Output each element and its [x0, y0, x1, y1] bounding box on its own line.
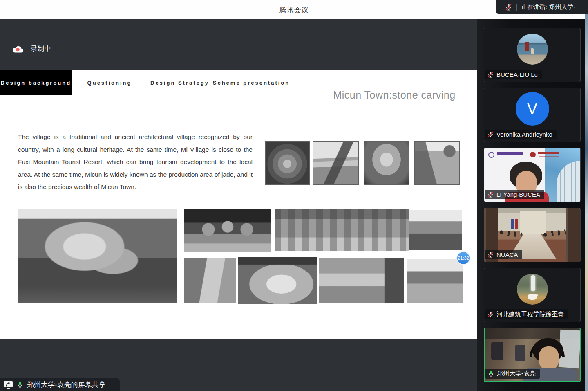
slide-image-cliff-house	[184, 258, 236, 303]
participant-name-tag: LI Yang-BUCEA	[485, 190, 544, 199]
room-column-right	[566, 208, 580, 262]
banner-divider	[516, 4, 517, 11]
slide-title: Micun Town:stone carving	[327, 89, 462, 101]
participant-tile-veronika[interactable]: V Veronika Andrieynko	[484, 88, 581, 142]
avatar-letter-text: V	[527, 100, 537, 118]
avatar-photo	[517, 34, 548, 65]
participant-name: BUCEA-LIU Lu	[496, 71, 538, 78]
avatar-photo-child	[531, 48, 534, 54]
participants-sidebar: BUCEA-LIU Lu V Veronika Andrieynko	[477, 19, 585, 391]
institute-seal-icon	[530, 152, 536, 157]
flag-icon	[511, 219, 514, 229]
slide-image-winged-statue	[364, 141, 409, 185]
slide-image-statue-row	[275, 209, 409, 251]
seated-people-right	[542, 229, 566, 238]
slide-image-rock-peak	[18, 209, 177, 303]
avatar-letter: V	[516, 92, 549, 126]
hanging-jacket	[491, 342, 503, 360]
participant-name: 郑州大学-袁亮	[497, 370, 536, 378]
hanging-jacket	[515, 345, 525, 361]
speaking-banner-text: 正在讲话: 郑州大学-	[521, 3, 575, 11]
slide-tab-design-background: Design background	[0, 70, 72, 95]
shared-screen-region: 录制中 Design background Questioning Design…	[0, 19, 477, 391]
slide-tab-questioning: Questioning	[76, 70, 143, 95]
slide-image-temple	[409, 210, 462, 250]
mic-muted-icon	[487, 71, 494, 78]
participant-name: Veronika Andrieynko	[496, 131, 552, 138]
room-back-wall	[520, 211, 546, 234]
background-window-sliver	[585, 0, 588, 391]
slide-image-jade-disc	[265, 141, 310, 185]
tab-label: Design Strategy	[150, 79, 209, 87]
avatar-photo	[517, 274, 548, 305]
slide-tab-scheme-presentation: Scheme presentation	[212, 70, 290, 95]
screen-share-status: 郑州大学-袁亮的屏幕共享	[0, 378, 120, 391]
avatar-photo-person	[525, 42, 529, 51]
mic-muted-icon	[487, 311, 494, 318]
mic-muted-icon	[487, 131, 494, 138]
tab-label: Questioning	[87, 79, 132, 87]
tab-label: Scheme presentation	[213, 79, 290, 87]
participant-name-tag: 郑州大学-袁亮	[485, 369, 540, 379]
institute-logo-text	[538, 152, 559, 154]
avatar-waterfall	[531, 275, 535, 292]
avatar-dog	[528, 294, 537, 300]
person-face	[539, 346, 559, 370]
participant-name: 河北建筑工程学院徐丕青	[496, 310, 564, 318]
slide-image-brick-house	[414, 141, 460, 185]
recording-label: 录制中	[31, 45, 51, 53]
cloud-record-icon	[12, 45, 23, 53]
participant-name-tag: 河北建筑工程学院徐丕青	[485, 309, 568, 319]
mic-on-icon	[487, 370, 494, 377]
shared-slide: Design background Questioning Design Str…	[0, 70, 477, 339]
seated-people-left	[499, 229, 522, 238]
tab-label: Design background	[1, 79, 71, 87]
mic-muted-icon	[505, 3, 512, 11]
floating-timer-badge: 21:32	[456, 251, 470, 265]
participant-tile-xu[interactable]: 河北建筑工程学院徐丕青	[484, 268, 581, 322]
slide-image-shrine	[238, 257, 317, 304]
tencent-meeting-window: 腾讯会议 正在讲话: 郑州大学- 录制中	[0, 0, 588, 391]
participant-tile-bucea-liu-lu[interactable]: BUCEA-LIU Lu	[484, 28, 581, 82]
avatar-photo-waterfall	[517, 274, 548, 305]
avatar-photo-lakeside	[517, 34, 548, 65]
university-logo-text	[497, 152, 523, 155]
flag-icon	[515, 219, 518, 229]
timer-text: 21:32	[458, 256, 469, 261]
screen-share-icon	[3, 380, 13, 389]
participant-name: NUACA	[496, 251, 518, 258]
participant-tile-yuan-liang[interactable]: 郑州大学-袁亮	[484, 328, 581, 382]
participant-name: LI Yang-BUCEA	[496, 191, 540, 198]
slide-image-grotto	[184, 209, 271, 252]
participant-tile-li-yang[interactable]: LI Yang-BUCEA	[484, 148, 581, 202]
mic-muted-icon	[487, 191, 494, 198]
participant-tile-nuaca[interactable]: NUACA	[484, 208, 581, 262]
slide-paragraph: The village is a traditional and ancient…	[18, 131, 253, 193]
slide-image-temple-gate	[407, 259, 463, 303]
participant-name-tag: Veronika Andrieynko	[485, 130, 557, 139]
participant-name-tag: BUCEA-LIU Lu	[485, 70, 542, 79]
screen-share-text: 郑州大学-袁亮的屏幕共享	[27, 380, 106, 389]
speaking-banner[interactable]: 正在讲话: 郑州大学-	[496, 0, 588, 14]
recording-indicator: 录制中	[12, 45, 51, 53]
mic-muted-icon	[487, 251, 494, 258]
participant-name-tag: NUACA	[485, 250, 522, 259]
slide-image-street	[319, 258, 404, 303]
university-seal-icon	[488, 152, 494, 158]
slide-image-mountain-lake	[313, 141, 359, 185]
mic-on-icon	[16, 381, 24, 388]
slide-tab-design-strategy: Design Strategy	[147, 70, 212, 95]
